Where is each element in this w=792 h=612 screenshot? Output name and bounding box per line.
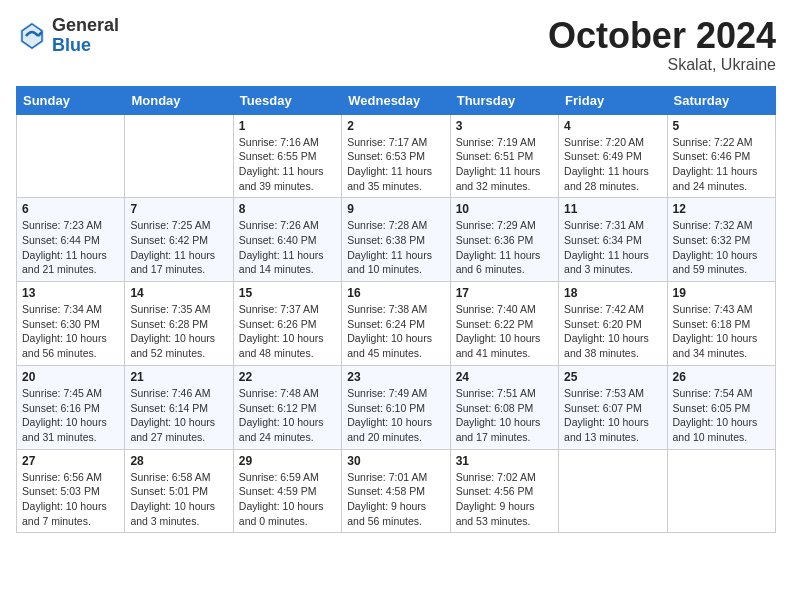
calendar-cell	[559, 449, 667, 533]
calendar-week-row: 20Sunrise: 7:45 AM Sunset: 6:16 PM Dayli…	[17, 365, 776, 449]
day-info: Sunrise: 7:29 AM Sunset: 6:36 PM Dayligh…	[456, 218, 553, 277]
calendar-cell: 6Sunrise: 7:23 AM Sunset: 6:44 PM Daylig…	[17, 198, 125, 282]
calendar-table: SundayMondayTuesdayWednesdayThursdayFrid…	[16, 86, 776, 534]
day-number: 10	[456, 202, 553, 216]
day-number: 13	[22, 286, 119, 300]
day-number: 15	[239, 286, 336, 300]
day-of-week-header: Sunday	[17, 86, 125, 114]
page-header: General Blue October 2024 Skalat, Ukrain…	[16, 16, 776, 74]
day-number: 31	[456, 454, 553, 468]
calendar-cell	[667, 449, 775, 533]
calendar-cell: 11Sunrise: 7:31 AM Sunset: 6:34 PM Dayli…	[559, 198, 667, 282]
day-number: 25	[564, 370, 661, 384]
day-info: Sunrise: 6:59 AM Sunset: 4:59 PM Dayligh…	[239, 470, 336, 529]
day-number: 8	[239, 202, 336, 216]
day-info: Sunrise: 6:58 AM Sunset: 5:01 PM Dayligh…	[130, 470, 227, 529]
day-number: 12	[673, 202, 770, 216]
calendar-cell: 15Sunrise: 7:37 AM Sunset: 6:26 PM Dayli…	[233, 282, 341, 366]
calendar-cell: 7Sunrise: 7:25 AM Sunset: 6:42 PM Daylig…	[125, 198, 233, 282]
logo-blue: Blue	[52, 36, 119, 56]
calendar-cell: 20Sunrise: 7:45 AM Sunset: 6:16 PM Dayli…	[17, 365, 125, 449]
day-number: 17	[456, 286, 553, 300]
logo-general: General	[52, 16, 119, 36]
calendar-cell: 4Sunrise: 7:20 AM Sunset: 6:49 PM Daylig…	[559, 114, 667, 198]
day-info: Sunrise: 7:26 AM Sunset: 6:40 PM Dayligh…	[239, 218, 336, 277]
svg-marker-0	[20, 22, 44, 50]
day-info: Sunrise: 7:02 AM Sunset: 4:56 PM Dayligh…	[456, 470, 553, 529]
day-number: 20	[22, 370, 119, 384]
day-number: 21	[130, 370, 227, 384]
day-of-week-header: Friday	[559, 86, 667, 114]
calendar-cell: 14Sunrise: 7:35 AM Sunset: 6:28 PM Dayli…	[125, 282, 233, 366]
location: Skalat, Ukraine	[548, 56, 776, 74]
day-info: Sunrise: 7:20 AM Sunset: 6:49 PM Dayligh…	[564, 135, 661, 194]
calendar-cell	[125, 114, 233, 198]
logo-text: General Blue	[52, 16, 119, 56]
calendar-cell: 23Sunrise: 7:49 AM Sunset: 6:10 PM Dayli…	[342, 365, 450, 449]
calendar-cell: 16Sunrise: 7:38 AM Sunset: 6:24 PM Dayli…	[342, 282, 450, 366]
calendar-header-row: SundayMondayTuesdayWednesdayThursdayFrid…	[17, 86, 776, 114]
day-number: 11	[564, 202, 661, 216]
day-number: 14	[130, 286, 227, 300]
month-title: October 2024	[548, 16, 776, 56]
day-of-week-header: Tuesday	[233, 86, 341, 114]
day-of-week-header: Monday	[125, 86, 233, 114]
day-of-week-header: Wednesday	[342, 86, 450, 114]
day-info: Sunrise: 7:51 AM Sunset: 6:08 PM Dayligh…	[456, 386, 553, 445]
calendar-cell: 27Sunrise: 6:56 AM Sunset: 5:03 PM Dayli…	[17, 449, 125, 533]
day-info: Sunrise: 7:17 AM Sunset: 6:53 PM Dayligh…	[347, 135, 444, 194]
calendar-cell: 21Sunrise: 7:46 AM Sunset: 6:14 PM Dayli…	[125, 365, 233, 449]
calendar-cell: 8Sunrise: 7:26 AM Sunset: 6:40 PM Daylig…	[233, 198, 341, 282]
day-of-week-header: Thursday	[450, 86, 558, 114]
day-number: 28	[130, 454, 227, 468]
calendar-week-row: 1Sunrise: 7:16 AM Sunset: 6:55 PM Daylig…	[17, 114, 776, 198]
day-number: 7	[130, 202, 227, 216]
day-info: Sunrise: 7:32 AM Sunset: 6:32 PM Dayligh…	[673, 218, 770, 277]
calendar-cell: 18Sunrise: 7:42 AM Sunset: 6:20 PM Dayli…	[559, 282, 667, 366]
calendar-cell: 22Sunrise: 7:48 AM Sunset: 6:12 PM Dayli…	[233, 365, 341, 449]
day-number: 4	[564, 119, 661, 133]
day-info: Sunrise: 6:56 AM Sunset: 5:03 PM Dayligh…	[22, 470, 119, 529]
day-info: Sunrise: 7:19 AM Sunset: 6:51 PM Dayligh…	[456, 135, 553, 194]
day-info: Sunrise: 7:54 AM Sunset: 6:05 PM Dayligh…	[673, 386, 770, 445]
logo-icon	[16, 20, 48, 52]
day-info: Sunrise: 7:43 AM Sunset: 6:18 PM Dayligh…	[673, 302, 770, 361]
calendar-cell: 12Sunrise: 7:32 AM Sunset: 6:32 PM Dayli…	[667, 198, 775, 282]
day-info: Sunrise: 7:45 AM Sunset: 6:16 PM Dayligh…	[22, 386, 119, 445]
calendar-cell: 26Sunrise: 7:54 AM Sunset: 6:05 PM Dayli…	[667, 365, 775, 449]
day-info: Sunrise: 7:48 AM Sunset: 6:12 PM Dayligh…	[239, 386, 336, 445]
day-number: 3	[456, 119, 553, 133]
day-info: Sunrise: 7:49 AM Sunset: 6:10 PM Dayligh…	[347, 386, 444, 445]
day-info: Sunrise: 7:34 AM Sunset: 6:30 PM Dayligh…	[22, 302, 119, 361]
day-number: 23	[347, 370, 444, 384]
calendar-cell	[17, 114, 125, 198]
calendar-cell: 28Sunrise: 6:58 AM Sunset: 5:01 PM Dayli…	[125, 449, 233, 533]
day-number: 29	[239, 454, 336, 468]
calendar-cell: 5Sunrise: 7:22 AM Sunset: 6:46 PM Daylig…	[667, 114, 775, 198]
day-info: Sunrise: 7:38 AM Sunset: 6:24 PM Dayligh…	[347, 302, 444, 361]
day-info: Sunrise: 7:37 AM Sunset: 6:26 PM Dayligh…	[239, 302, 336, 361]
calendar-cell: 3Sunrise: 7:19 AM Sunset: 6:51 PM Daylig…	[450, 114, 558, 198]
day-info: Sunrise: 7:25 AM Sunset: 6:42 PM Dayligh…	[130, 218, 227, 277]
day-info: Sunrise: 7:42 AM Sunset: 6:20 PM Dayligh…	[564, 302, 661, 361]
calendar-cell: 1Sunrise: 7:16 AM Sunset: 6:55 PM Daylig…	[233, 114, 341, 198]
day-info: Sunrise: 7:16 AM Sunset: 6:55 PM Dayligh…	[239, 135, 336, 194]
day-info: Sunrise: 7:46 AM Sunset: 6:14 PM Dayligh…	[130, 386, 227, 445]
day-number: 18	[564, 286, 661, 300]
day-info: Sunrise: 7:01 AM Sunset: 4:58 PM Dayligh…	[347, 470, 444, 529]
day-number: 24	[456, 370, 553, 384]
title-block: October 2024 Skalat, Ukraine	[548, 16, 776, 74]
calendar-week-row: 27Sunrise: 6:56 AM Sunset: 5:03 PM Dayli…	[17, 449, 776, 533]
logo: General Blue	[16, 16, 119, 56]
calendar-cell: 2Sunrise: 7:17 AM Sunset: 6:53 PM Daylig…	[342, 114, 450, 198]
calendar-cell: 30Sunrise: 7:01 AM Sunset: 4:58 PM Dayli…	[342, 449, 450, 533]
day-number: 22	[239, 370, 336, 384]
day-number: 16	[347, 286, 444, 300]
calendar-cell: 31Sunrise: 7:02 AM Sunset: 4:56 PM Dayli…	[450, 449, 558, 533]
calendar-cell: 9Sunrise: 7:28 AM Sunset: 6:38 PM Daylig…	[342, 198, 450, 282]
calendar-week-row: 6Sunrise: 7:23 AM Sunset: 6:44 PM Daylig…	[17, 198, 776, 282]
day-number: 19	[673, 286, 770, 300]
day-number: 9	[347, 202, 444, 216]
day-of-week-header: Saturday	[667, 86, 775, 114]
day-info: Sunrise: 7:28 AM Sunset: 6:38 PM Dayligh…	[347, 218, 444, 277]
